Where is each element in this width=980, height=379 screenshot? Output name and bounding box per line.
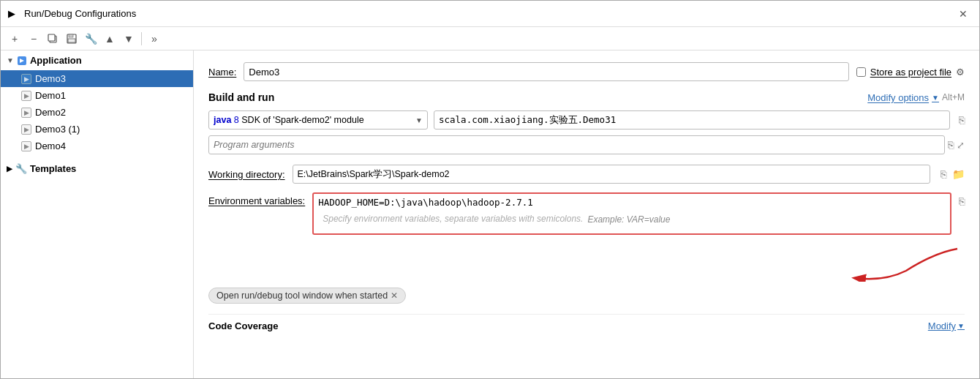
sidebar: ▼ Application ▶ Demo3 ▶ Demo1 ▶ Demo2 bbox=[1, 50, 194, 378]
title-bar: ▶ Run/Debug Configurations ✕ bbox=[1, 1, 979, 27]
sdk-dropdown[interactable]: java 8 SDK of 'Spark-demo2' module ▼ bbox=[208, 110, 428, 130]
class-value: scala.com.xiaojiang.实验五.Demo31 bbox=[439, 114, 616, 127]
save-button[interactable] bbox=[64, 31, 80, 47]
copy-env-icon[interactable]: ⎘ bbox=[959, 195, 965, 207]
svg-rect-4 bbox=[68, 39, 75, 42]
working-dir-label: Working directory: bbox=[208, 169, 285, 180]
sidebar-item-demo3-1[interactable]: ▶ Demo3 (1) bbox=[1, 121, 193, 138]
modify-options-label: Modify options bbox=[867, 92, 929, 103]
wrench-icon: 🔧 bbox=[15, 163, 27, 174]
remove-button[interactable]: − bbox=[26, 31, 42, 47]
config-icon: ▶ bbox=[21, 74, 31, 84]
env-vars-example: Example: VAR=value bbox=[587, 214, 670, 225]
store-row: Store as project file ⚙ bbox=[856, 67, 965, 78]
sidebar-item-demo4[interactable]: ▶ Demo4 bbox=[1, 138, 193, 154]
sidebar-item-label: Demo3 (1) bbox=[35, 124, 80, 135]
toolbar-separator bbox=[141, 32, 142, 45]
class-field[interactable]: scala.com.xiaojiang.实验五.Demo31 bbox=[434, 110, 950, 130]
sidebar-item-label: Demo4 bbox=[35, 140, 66, 151]
main-content: ▼ Application ▶ Demo3 ▶ Demo1 ▶ Demo2 bbox=[1, 50, 979, 378]
dropdown-arrow-icon: ▼ bbox=[415, 116, 423, 124]
close-button[interactable]: ✕ bbox=[954, 7, 972, 21]
build-run-row: java 8 SDK of 'Spark-demo2' module ▼ sca… bbox=[208, 110, 965, 130]
arrow-annotation bbox=[208, 245, 965, 282]
env-vars-row: Environment variables: Specify environme… bbox=[208, 192, 965, 235]
sidebar-item-label: Demo1 bbox=[35, 90, 66, 101]
sidebar-templates[interactable]: ▶ 🔧 Templates bbox=[1, 160, 193, 177]
more-button[interactable]: » bbox=[146, 31, 162, 47]
move-up-button[interactable]: ▲ bbox=[102, 31, 118, 47]
chevron-down-icon: ▼ bbox=[932, 94, 939, 102]
program-args-row: ⎘ ⤢ bbox=[208, 135, 965, 154]
name-label: Name: bbox=[208, 67, 236, 78]
copy-args-icon[interactable]: ⎘ bbox=[948, 139, 954, 151]
env-vars-hint-row: Specify environment variables, separate … bbox=[314, 211, 950, 230]
application-label: Application bbox=[30, 55, 82, 66]
env-vars-container: Specify environment variables, separate … bbox=[312, 192, 951, 235]
sidebar-item-label: Demo3 bbox=[35, 73, 66, 84]
sdk-label: SDK of 'Spark-demo2' module bbox=[241, 115, 363, 125]
env-vars-hint: Specify environment variables, separate … bbox=[318, 212, 587, 227]
code-coverage-label: Code Coverage bbox=[208, 320, 278, 331]
config-icon: ▶ bbox=[21, 108, 31, 118]
chevron-right-icon: ▶ bbox=[7, 165, 12, 173]
env-vars-input[interactable] bbox=[314, 194, 950, 211]
config-icon: ▶ bbox=[21, 141, 31, 151]
build-run-section-header: Build and run Modify options ▼ Alt+M bbox=[208, 91, 965, 103]
main-window: ▶ Run/Debug Configurations ✕ + − 🔧 ▲ ▼ » bbox=[0, 0, 980, 379]
expand-icon[interactable]: ⤢ bbox=[957, 140, 965, 151]
modify-options-shortcut: Alt+M bbox=[942, 92, 965, 102]
sidebar-item-demo2[interactable]: ▶ Demo2 bbox=[1, 104, 193, 121]
copy-field-icon[interactable]: ⎘ bbox=[959, 114, 965, 126]
settings-button[interactable]: 🔧 bbox=[83, 31, 99, 47]
toolbar: + − 🔧 ▲ ▼ » bbox=[1, 27, 979, 50]
working-dir-icons: ⎘ 📁 bbox=[938, 168, 965, 180]
config-icon: ▶ bbox=[21, 124, 31, 135]
sdk-text: java 8 SDK of 'Spark-demo2' module bbox=[214, 115, 412, 125]
config-icon: ▶ bbox=[21, 91, 31, 101]
program-args-input[interactable] bbox=[208, 135, 945, 154]
title-bar-left: ▶ Run/Debug Configurations bbox=[8, 8, 136, 20]
modify-options-link[interactable]: Modify options ▼ bbox=[867, 92, 939, 103]
move-down-button[interactable]: ▼ bbox=[121, 31, 137, 47]
chevron-down-icon: ▼ bbox=[7, 56, 14, 64]
name-input[interactable] bbox=[244, 62, 848, 81]
sidebar-item-demo3[interactable]: ▶ Demo3 bbox=[1, 70, 193, 87]
copy-dir-icon[interactable]: ⎘ bbox=[941, 168, 946, 180]
working-dir-input[interactable] bbox=[293, 165, 930, 184]
sidebar-section-application[interactable]: ▼ Application bbox=[1, 50, 193, 70]
build-run-title: Build and run bbox=[208, 91, 274, 103]
copy-button[interactable] bbox=[45, 31, 61, 47]
store-label: Store as project file bbox=[870, 67, 951, 78]
env-vars-label: Environment variables: bbox=[208, 192, 305, 206]
app-icon: ▶ bbox=[8, 8, 20, 20]
sidebar-item-demo1[interactable]: ▶ Demo1 bbox=[1, 87, 193, 104]
store-checkbox[interactable] bbox=[856, 67, 866, 77]
browse-dir-icon[interactable]: 📁 bbox=[952, 168, 965, 180]
working-dir-row: Working directory: ⎘ 📁 bbox=[208, 165, 965, 184]
svg-rect-1 bbox=[48, 34, 55, 41]
gear-icon[interactable]: ⚙ bbox=[956, 67, 965, 78]
open-run-row: Open run/debug tool window when started … bbox=[208, 288, 965, 304]
modify-label: Modify bbox=[928, 320, 956, 331]
modify-coverage-link[interactable]: Modify ▼ bbox=[928, 320, 965, 331]
sidebar-item-label: Demo2 bbox=[35, 107, 66, 118]
close-chip-icon[interactable]: ✕ bbox=[391, 290, 398, 301]
window-title: Run/Debug Configurations bbox=[24, 8, 136, 19]
svg-rect-3 bbox=[69, 34, 73, 37]
open-run-label: Open run/debug tool window when started bbox=[216, 290, 388, 301]
modify-options-area: Modify options ▼ Alt+M bbox=[867, 92, 965, 103]
templates-label: Templates bbox=[30, 163, 76, 174]
chevron-down-icon: ▼ bbox=[957, 322, 965, 330]
arrow-svg bbox=[833, 245, 965, 282]
add-button[interactable]: + bbox=[7, 31, 23, 47]
code-coverage-row: Code Coverage Modify ▼ bbox=[208, 314, 965, 331]
open-run-chip[interactable]: Open run/debug tool window when started … bbox=[208, 288, 406, 304]
config-panel: Name: Store as project file ⚙ Build and … bbox=[194, 50, 979, 378]
